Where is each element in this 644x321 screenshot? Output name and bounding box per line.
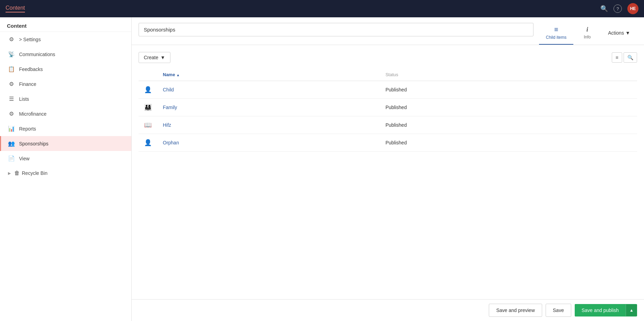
sidebar-item-recycle-bin[interactable]: ▶ 🗑 Recycle Bin xyxy=(0,166,131,180)
top-nav-left: Content xyxy=(6,5,25,12)
top-nav-right: 🔍 ? HE xyxy=(600,3,638,14)
sidebar-item-feedbacks[interactable]: 📋 Feedbacks xyxy=(0,62,131,77)
tab-info[interactable]: i Info xyxy=(573,23,601,44)
view-icon: 📄 xyxy=(8,155,15,162)
sidebar-item-finance[interactable]: ⚙ Finance xyxy=(0,77,131,91)
table-row[interactable]: 👨‍👩‍👧 Family Published xyxy=(139,99,637,116)
sidebar-item-sponsorships[interactable]: 👥 Sponsorships xyxy=(0,136,131,151)
table-header-name[interactable]: Name xyxy=(157,69,380,81)
sidebar-item-communications[interactable]: 📡 Communications xyxy=(0,47,131,62)
inner-content: Create ▼ ≡ 🔍 Name Status xyxy=(132,45,644,299)
sidebar-item-label: > Settings xyxy=(19,37,41,42)
sidebar-item-label: Lists xyxy=(19,96,29,102)
settings-icon: ⚙ xyxy=(8,36,15,43)
toolbar: Create ▼ ≡ 🔍 xyxy=(139,52,637,63)
row-name[interactable]: Child xyxy=(157,81,380,99)
search-button[interactable]: 🔍 xyxy=(624,52,637,63)
sidebar-item-reports[interactable]: 📊 Reports xyxy=(0,121,131,136)
row-name[interactable]: Hifz xyxy=(157,116,380,134)
list-view-button[interactable]: ≡ xyxy=(612,52,622,63)
recycle-bin-icon: 🗑 xyxy=(14,170,20,176)
row-name[interactable]: Family xyxy=(157,99,380,116)
toolbar-right: ≡ 🔍 xyxy=(612,52,637,63)
create-button[interactable]: Create ▼ xyxy=(139,52,170,63)
sidebar-item-label: Finance xyxy=(19,81,36,87)
tab-label: Info xyxy=(584,35,591,39)
sidebar-item-label: View xyxy=(19,156,29,161)
sidebar-item-label: Sponsorships xyxy=(19,141,48,146)
feedbacks-icon: 📋 xyxy=(8,66,15,72)
sidebar-item-settings[interactable]: ⚙ > Settings xyxy=(0,32,131,47)
user-avatar[interactable]: HE xyxy=(627,3,638,14)
table-row[interactable]: 📖 Hifz Published xyxy=(139,116,637,134)
row-icon-cell: 📖 xyxy=(139,116,157,134)
actions-chevron-icon: ▼ xyxy=(625,30,630,36)
row-status: Published xyxy=(380,116,637,134)
sidebar: Content ⚙ > Settings 📡 Communications 📋 … xyxy=(0,17,132,321)
main-layout: Content ⚙ > Settings 📡 Communications 📋 … xyxy=(0,17,644,321)
table-row[interactable]: 👤 Child Published xyxy=(139,81,637,99)
sidebar-item-microfinance[interactable]: ⚙ Microfinance xyxy=(0,106,131,121)
tab-actions[interactable]: Actions ▼ xyxy=(601,27,637,41)
search-icon[interactable]: 🔍 xyxy=(600,5,608,12)
row-icon-cell: 👤 xyxy=(139,81,157,99)
table-row[interactable]: 👤 Orphan Published xyxy=(139,134,637,152)
child-items-tab-icon: ≡ xyxy=(554,26,558,34)
content-area: ≡ Child items i Info Actions ▼ Create ▼ xyxy=(132,17,644,321)
app-title: Content xyxy=(6,5,25,12)
row-name[interactable]: Orphan xyxy=(157,134,380,152)
finance-icon: ⚙ xyxy=(8,81,15,87)
tab-child-items[interactable]: ≡ Child items xyxy=(539,23,573,45)
help-icon[interactable]: ? xyxy=(614,5,622,13)
sidebar-item-label: Feedbacks xyxy=(19,66,43,72)
expand-icon: ▶ xyxy=(8,171,11,176)
content-header: ≡ Child items i Info Actions ▼ xyxy=(132,17,644,45)
content-title-input[interactable] xyxy=(139,23,533,36)
footer: Save and preview Save Save and publish ▲ xyxy=(132,299,644,321)
sidebar-item-label: Microfinance xyxy=(19,111,46,117)
save-publish-button-group: Save and publish ▲ xyxy=(575,304,637,316)
table-header-row: Name Status xyxy=(139,69,637,81)
content-tabs: ≡ Child items i Info Actions ▼ xyxy=(539,23,637,45)
sidebar-item-label: Communications xyxy=(19,52,55,57)
child-items-table: Name Status 👤 Child Published 👨‍👩‍👧 Fa xyxy=(139,69,637,152)
save-preview-button[interactable]: Save and preview xyxy=(489,304,542,317)
save-button[interactable]: Save xyxy=(546,304,571,317)
row-icon: 👨‍👩‍👧 xyxy=(144,104,152,111)
status-header-label: Status xyxy=(386,72,398,77)
row-icon-cell: 👨‍👩‍👧 xyxy=(139,99,157,116)
microfinance-icon: ⚙ xyxy=(8,110,15,117)
table-header-status: Status xyxy=(380,69,637,81)
name-header-label: Name xyxy=(163,72,175,77)
info-tab-icon: i xyxy=(586,26,588,33)
reports-icon: 📊 xyxy=(8,125,15,132)
save-publish-dropdown-button[interactable]: ▲ xyxy=(626,304,637,316)
sidebar-header: Content xyxy=(0,17,131,32)
table-header-icon-col xyxy=(139,69,157,81)
communications-icon: 📡 xyxy=(8,51,15,57)
sponsorships-icon: 👥 xyxy=(8,140,15,147)
save-publish-button[interactable]: Save and publish xyxy=(575,304,626,316)
create-label: Create xyxy=(144,55,158,60)
sidebar-item-label: Recycle Bin xyxy=(22,170,47,176)
tab-label: Child items xyxy=(546,35,566,40)
row-icon-cell: 👤 xyxy=(139,134,157,152)
lists-icon: ☰ xyxy=(8,96,15,102)
actions-label: Actions xyxy=(608,30,624,36)
row-status: Published xyxy=(380,81,637,99)
row-status: Published xyxy=(380,134,637,152)
row-icon: 👤 xyxy=(144,86,152,93)
sidebar-item-label: Reports xyxy=(19,126,36,132)
sidebar-item-lists[interactable]: ☰ Lists xyxy=(0,91,131,106)
row-status: Published xyxy=(380,99,637,116)
sidebar-item-view[interactable]: 📄 View xyxy=(0,151,131,166)
row-icon: 📖 xyxy=(144,122,152,128)
top-navigation: Content 🔍 ? HE xyxy=(0,0,644,17)
row-icon: 👤 xyxy=(144,139,152,146)
create-chevron-icon: ▼ xyxy=(160,55,165,60)
